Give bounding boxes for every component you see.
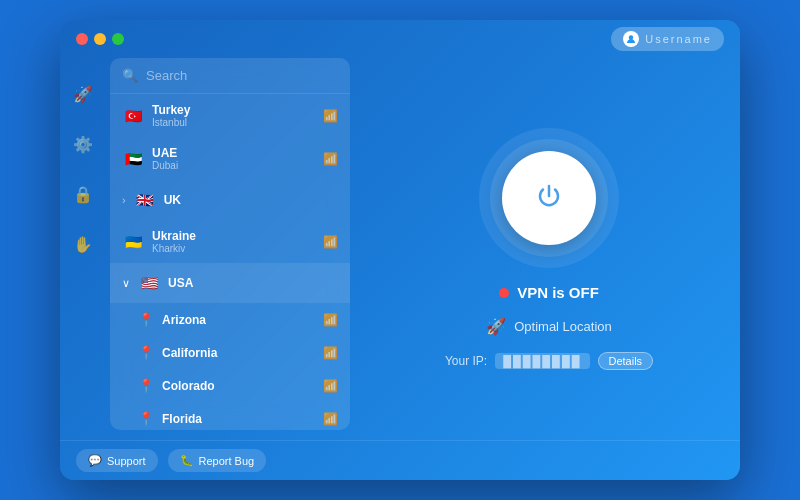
report-bug-button[interactable]: 🐛 Report Bug <box>168 449 267 472</box>
server-item-uae[interactable]: 🇦🇪 UAE Dubai 📶 <box>110 137 350 180</box>
server-name-california: California <box>162 346 315 360</box>
user-icon <box>623 31 639 47</box>
window-controls <box>76 33 124 45</box>
server-info-turkey: Turkey Istanbul <box>152 103 315 128</box>
server-name-florida: Florida <box>162 412 315 426</box>
pin-icon-arizona: 📍 <box>138 312 154 327</box>
server-item-uk[interactable]: › 🇬🇧 UK <box>110 180 350 220</box>
server-item-usa[interactable]: ∨ 🇺🇸 USA <box>110 263 350 303</box>
search-icon: 🔍 <box>122 68 138 83</box>
maximize-button[interactable] <box>112 33 124 45</box>
power-symbol <box>533 180 565 217</box>
flag-usa: 🇺🇸 <box>138 272 160 294</box>
power-button-container <box>479 128 619 268</box>
signal-icon-colorado: 📶 <box>323 379 338 393</box>
title-bar: Username <box>60 20 740 58</box>
signal-icon-ukraine: 📶 <box>323 235 338 249</box>
server-name-usa: USA <box>168 276 338 290</box>
server-item-ukraine[interactable]: 🇺🇦 Ukraine Kharkiv 📶 <box>110 220 350 263</box>
pin-icon-colorado: 📍 <box>138 378 154 393</box>
ip-value: ████████ <box>495 353 589 369</box>
expand-icon-usa: ∨ <box>122 277 130 290</box>
vpn-status: VPN is OFF <box>499 284 599 301</box>
ip-label: Your IP: <box>445 354 487 368</box>
bottom-bar: 💬 Support 🐛 Report Bug <box>60 440 740 480</box>
server-city-uae: Dubai <box>152 160 315 171</box>
flag-uk: 🇬🇧 <box>134 189 156 211</box>
support-button[interactable]: 💬 Support <box>76 449 158 472</box>
details-button[interactable]: Details <box>598 352 654 370</box>
server-info-california: California <box>162 346 315 360</box>
sidebar-icon-gear[interactable]: ⚙️ <box>67 128 99 160</box>
flag-ukraine: 🇺🇦 <box>122 231 144 253</box>
sub-item-arizona[interactable]: 📍 Arizona 📶 <box>110 303 350 336</box>
sidebar-icon-hand[interactable]: ✋ <box>67 228 99 260</box>
pin-icon-california: 📍 <box>138 345 154 360</box>
signal-icon-uae: 📶 <box>323 152 338 166</box>
server-info-ukraine: Ukraine Kharkiv <box>152 229 315 254</box>
signal-icon-california: 📶 <box>323 346 338 360</box>
server-list: 🇹🇷 Turkey Istanbul 📶 🇦🇪 UAE Dubai 📶 <box>110 94 350 430</box>
support-icon: 💬 <box>88 454 102 467</box>
user-name: Username <box>645 33 712 45</box>
server-name-turkey: Turkey <box>152 103 315 117</box>
server-name-arizona: Arizona <box>162 313 315 327</box>
ip-row: Your IP: ████████ Details <box>445 352 653 370</box>
minimize-button[interactable] <box>94 33 106 45</box>
pin-icon-florida: 📍 <box>138 411 154 426</box>
server-city-turkey: Istanbul <box>152 117 315 128</box>
sub-item-florida[interactable]: 📍 Florida 📶 <box>110 402 350 430</box>
optimal-location-label: Optimal Location <box>514 319 612 334</box>
power-button[interactable] <box>502 151 596 245</box>
report-bug-label: Report Bug <box>199 455 255 467</box>
rocket-icon: 🚀 <box>486 317 506 336</box>
flag-uae: 🇦🇪 <box>122 148 144 170</box>
expand-icon-uk: › <box>122 194 126 206</box>
vpn-status-label: VPN is OFF <box>517 284 599 301</box>
server-info-usa: USA <box>168 276 338 290</box>
signal-icon-turkey: 📶 <box>323 109 338 123</box>
sidebar: 🚀 ⚙️ 🔒 ✋ <box>60 58 106 440</box>
sub-item-colorado[interactable]: 📍 Colorado 📶 <box>110 369 350 402</box>
server-name-uk: UK <box>164 193 338 207</box>
server-info-uk: UK <box>164 193 338 207</box>
search-bar: 🔍 <box>110 58 350 94</box>
server-name-ukraine: Ukraine <box>152 229 315 243</box>
sidebar-icon-lock[interactable]: 🔒 <box>67 178 99 210</box>
main-content: 🚀 ⚙️ 🔒 ✋ 🔍 🇹🇷 Turkey Istanbul 📶 <box>60 58 740 440</box>
sub-item-california[interactable]: 📍 California 📶 <box>110 336 350 369</box>
server-item-turkey[interactable]: 🇹🇷 Turkey Istanbul 📶 <box>110 94 350 137</box>
signal-icon-arizona: 📶 <box>323 313 338 327</box>
server-info-colorado: Colorado <box>162 379 315 393</box>
server-name-colorado: Colorado <box>162 379 315 393</box>
app-window: Username 🚀 ⚙️ 🔒 ✋ 🔍 🇹🇷 Turkey <box>60 20 740 480</box>
support-label: Support <box>107 455 146 467</box>
search-input[interactable] <box>146 68 338 83</box>
user-badge[interactable]: Username <box>611 27 724 51</box>
signal-icon-florida: 📶 <box>323 412 338 426</box>
flag-turkey: 🇹🇷 <box>122 105 144 127</box>
right-panel: VPN is OFF 🚀 Optimal Location Your IP: █… <box>358 58 740 440</box>
bug-icon: 🐛 <box>180 454 194 467</box>
server-info-uae: UAE Dubai <box>152 146 315 171</box>
server-info-arizona: Arizona <box>162 313 315 327</box>
sidebar-icon-rocket[interactable]: 🚀 <box>67 78 99 110</box>
close-button[interactable] <box>76 33 88 45</box>
status-dot <box>499 288 509 298</box>
server-city-ukraine: Kharkiv <box>152 243 315 254</box>
optimal-location[interactable]: 🚀 Optimal Location <box>486 317 612 336</box>
server-info-florida: Florida <box>162 412 315 426</box>
server-name-uae: UAE <box>152 146 315 160</box>
server-panel: 🔍 🇹🇷 Turkey Istanbul 📶 🇦🇪 <box>110 58 350 430</box>
